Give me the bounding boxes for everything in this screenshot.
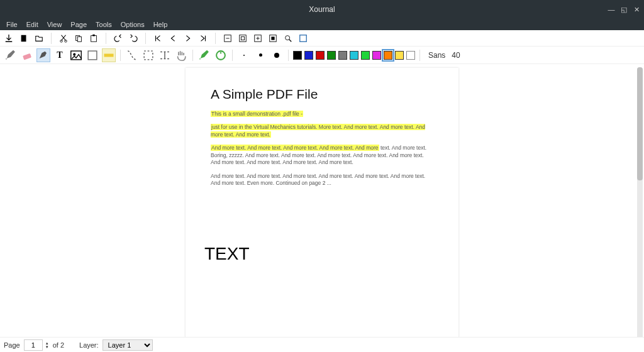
menu-page[interactable]: Page xyxy=(67,19,91,30)
fit-width-icon[interactable] xyxy=(268,33,278,43)
vertical-scrollbar[interactable] xyxy=(637,67,643,337)
color-lightgreen[interactable] xyxy=(361,51,370,60)
layer-select[interactable]: Layer 1 xyxy=(103,339,153,351)
redo-icon[interactable] xyxy=(128,33,138,43)
doc-p1: This is a small demonstration .pdf file … xyxy=(211,111,433,118)
zoom-icon[interactable] xyxy=(283,33,293,43)
svg-line-17 xyxy=(289,39,292,41)
color-red[interactable] xyxy=(316,51,325,60)
window-title: Xournal xyxy=(309,5,335,14)
separator xyxy=(232,50,233,61)
page-spinner[interactable]: ▲▼ xyxy=(45,341,49,349)
layer-label: Layer: xyxy=(79,341,99,349)
svg-rect-22 xyxy=(88,51,97,60)
separator xyxy=(192,50,193,61)
spin-down-icon[interactable]: ▼ xyxy=(45,345,49,349)
zoom-in-icon[interactable] xyxy=(253,33,263,43)
canvas-area[interactable]: A Simple PDF File This is a small demons… xyxy=(0,64,644,337)
thin-icon[interactable] xyxy=(237,48,251,62)
color-yellow[interactable] xyxy=(395,51,404,60)
maximize-icon[interactable]: ◱ xyxy=(620,6,628,14)
doc-p3: And more text. And more text. And more t… xyxy=(211,145,433,166)
color-black[interactable] xyxy=(293,51,302,60)
vertical-space-tool[interactable] xyxy=(158,48,172,62)
page-number-input[interactable] xyxy=(24,339,43,351)
separator xyxy=(51,33,52,44)
select-rect-tool[interactable] xyxy=(142,48,155,62)
highlight3: And more text. And more text. And more t… xyxy=(211,145,379,151)
svg-rect-6 xyxy=(92,34,95,36)
separator xyxy=(215,33,216,44)
scrollbar-thumb[interactable] xyxy=(637,67,643,180)
next-page-icon[interactable] xyxy=(183,33,193,43)
svg-rect-4 xyxy=(77,36,81,41)
svg-rect-24 xyxy=(144,51,153,60)
svg-point-16 xyxy=(286,35,290,40)
color-white[interactable] xyxy=(406,51,415,60)
hand-tool[interactable] xyxy=(174,48,188,62)
separator xyxy=(106,33,106,44)
svg-point-21 xyxy=(73,53,75,55)
color-gray[interactable] xyxy=(338,51,347,60)
first-page-icon[interactable] xyxy=(153,33,163,43)
last-page-icon[interactable] xyxy=(198,33,208,43)
thick-icon[interactable] xyxy=(270,48,284,62)
window-controls: — ◱ ✕ xyxy=(608,6,640,14)
paste-icon[interactable] xyxy=(89,33,99,43)
close-icon[interactable]: ✕ xyxy=(633,6,640,14)
default-tool[interactable] xyxy=(214,48,228,62)
highlighter-tool[interactable] xyxy=(36,48,50,62)
doc-title: A Simple PDF File xyxy=(211,87,433,102)
eraser-tool[interactable] xyxy=(20,48,34,62)
color-palette xyxy=(293,51,415,60)
menu-help[interactable]: Help xyxy=(150,19,172,30)
copy-icon[interactable] xyxy=(74,33,84,43)
svg-rect-19 xyxy=(23,53,31,60)
page-total: of 2 xyxy=(53,341,64,349)
svg-rect-5 xyxy=(91,35,97,41)
svg-rect-23 xyxy=(104,53,114,57)
menu-options[interactable]: Options xyxy=(117,19,148,30)
font-size-label[interactable]: 40 xyxy=(452,51,460,60)
color-green[interactable] xyxy=(327,51,336,60)
doc-p2: just for use in the Virtual Mechanics tu… xyxy=(211,124,433,138)
cut-icon[interactable] xyxy=(58,33,69,43)
undo-icon[interactable] xyxy=(113,33,123,43)
open-icon[interactable] xyxy=(34,33,44,43)
fullscreen-icon[interactable] xyxy=(298,33,308,43)
svg-rect-18 xyxy=(300,35,307,41)
pen-tool[interactable] xyxy=(4,48,18,62)
text-tool[interactable]: T xyxy=(53,48,67,62)
menu-view[interactable]: View xyxy=(43,19,66,30)
minimize-icon[interactable]: — xyxy=(608,6,615,14)
default-pen-tool[interactable] xyxy=(197,48,211,62)
color-orange[interactable] xyxy=(384,51,392,60)
document-page[interactable]: A Simple PDF File This is a small demons… xyxy=(186,68,458,337)
separator xyxy=(419,50,420,61)
new-icon[interactable] xyxy=(19,33,29,43)
select-region-tool[interactable] xyxy=(125,48,139,62)
font-family-label[interactable]: Sans xyxy=(428,51,445,60)
menu-edit[interactable]: Edit xyxy=(23,19,42,30)
text-annotation[interactable]: TEXT xyxy=(204,244,250,264)
ruler-tool[interactable] xyxy=(102,48,116,62)
svg-rect-0 xyxy=(21,35,26,41)
statusbar: Page ▲▼ of 2 Layer: Layer 1 xyxy=(0,337,644,352)
prev-page-icon[interactable] xyxy=(168,33,178,43)
color-blue[interactable] xyxy=(304,51,313,60)
titlebar: Xournal — ◱ ✕ xyxy=(0,0,644,19)
menubar: File Edit View Page Tools Options Help xyxy=(0,19,644,30)
menu-file[interactable]: File xyxy=(3,19,21,30)
fit-page-icon[interactable] xyxy=(238,33,248,43)
color-lightblue[interactable] xyxy=(350,51,358,60)
menu-tools[interactable]: Tools xyxy=(92,19,116,30)
color-magenta[interactable] xyxy=(372,51,381,60)
shape-recognizer-tool[interactable] xyxy=(86,48,99,62)
separator xyxy=(120,50,121,61)
save-icon[interactable] xyxy=(4,33,14,43)
highlight1: This is a small demonstration .pdf file … xyxy=(211,111,303,117)
image-tool[interactable] xyxy=(69,48,83,62)
medium-icon[interactable] xyxy=(253,48,267,62)
zoom-out-icon[interactable] xyxy=(223,33,233,43)
doc-p4: And more text. And more text. And more t… xyxy=(211,173,433,187)
